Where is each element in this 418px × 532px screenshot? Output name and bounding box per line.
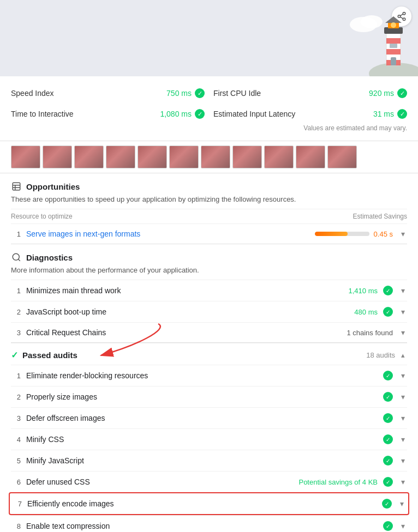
passed-check-2: ✓ [383,392,393,402]
passed-num-8: 8 [11,522,21,530]
passed-chevron-4[interactable]: ▾ [398,435,407,444]
svg-line-23 [18,259,20,261]
diagnostic-value-1: 1,410 ms [349,287,378,295]
opportunities-icon [11,181,22,192]
speed-index-value: 750 ms ✓ [166,88,205,98]
passed-item-1[interactable]: 1 Eliminate render-blocking resources ✓ … [11,365,407,386]
diagnostic-chevron-1[interactable]: ▾ [398,286,407,295]
opportunity-link-1[interactable]: Serve images in next-gen formats [26,229,140,238]
passed-chevron-8[interactable]: ▾ [398,522,407,530]
diagnostic-value-3: 1 chains found [347,329,393,337]
passed-label-3: Defer offscreen images [26,414,378,422]
diagnostic-chevron-2[interactable]: ▾ [398,307,407,316]
passed-num-5: 5 [11,457,21,465]
diagnostic-chevron-3[interactable]: ▾ [398,328,407,337]
passed-chevron-2[interactable]: ▾ [398,392,407,401]
diagnostic-num-3: 3 [11,329,21,337]
svg-rect-16 [391,57,396,65]
passed-item-4[interactable]: 4 Minify CSS ✓ ▾ [11,428,407,450]
passed-chevron-1[interactable]: ▾ [398,371,407,380]
opportunities-table-header: Resource to optimize Estimated Savings [11,209,407,223]
speed-index-label: Speed Index [11,89,54,98]
passed-num-3: 3 [11,414,21,422]
filmstrip-frame-2 [43,146,72,168]
filmstrip-frame-6 [169,146,199,168]
passed-item-5[interactable]: 5 Minify JavaScript ✓ ▾ [11,450,407,471]
passed-label-1: Eliminate render-blocking resources [26,371,378,380]
opportunity-chevron-1[interactable]: ▾ [398,229,407,238]
filmstrip-frame-9 [264,146,294,168]
passed-header-left: ✓ Passed audits [11,350,77,360]
savings-value-1: 0.45 s [374,230,393,238]
passed-label-6: Defer unused CSS [26,477,293,486]
svg-rect-9 [386,38,401,44]
opportunity-label-1: Serve images in next-gen formats [26,229,309,238]
passed-num-1: 1 [11,372,21,380]
passed-audits-count: 18 audits ▴ [366,351,407,360]
passed-label-8: Enable text compression [26,522,378,530]
passed-check-7: ✓ [382,499,392,509]
estimated-note: Values are estimated and may vary. [11,122,407,136]
passed-item-6[interactable]: 6 Defer unused CSS Potential savings of … [11,471,407,492]
passed-item-2[interactable]: 2 Properly size images ✓ ▾ [11,386,407,407]
filmstrip-frame-3 [74,146,104,168]
passed-label-2: Properly size images [26,392,378,401]
diagnostic-label-1: Minimizes main thread work [26,286,343,295]
passed-item-3[interactable]: 3 Defer offscreen images ✓ ▾ [11,407,407,428]
passed-item-7[interactable]: 7 Efficiently encode images ✓ ▾ [9,492,409,515]
diagnostics-desc: More information about the performance o… [11,266,407,280]
passed-num-4: 4 [11,436,21,444]
svg-point-22 [13,253,19,260]
svg-rect-10 [386,49,401,55]
passed-num-6: 6 [11,478,21,486]
opportunities-desc: These are opportunities to speed up your… [11,195,407,209]
svg-marker-14 [385,16,402,23]
opportunity-num-1: 1 [11,230,21,238]
filmstrip [0,141,418,173]
tti-check: ✓ [195,109,205,119]
passed-chevron-7[interactable]: ▾ [397,499,406,508]
diagnostics-icon [11,252,22,263]
diagnostic-item-2[interactable]: 2 JavaScript boot-up time 480 ms ✓ ▾ [11,301,407,322]
opportunity-item-1[interactable]: 1 Serve images in next-gen formats 0.45 … [11,223,407,244]
diagnostic-num-1: 1 [11,287,21,295]
tti-value: 1,080 ms ✓ [160,109,205,119]
input-latency-value: 31 ms ✓ [373,109,407,119]
filmstrip-frame-1 [11,146,40,168]
diagnostic-item-1[interactable]: 1 Minimizes main thread work 1,410 ms ✓ … [11,280,407,301]
passed-check-3: ✓ [383,413,393,423]
passed-chevron-3[interactable]: ▾ [398,414,407,422]
filmstrip-frame-5 [138,146,167,168]
diagnostics-title: Diagnostics [26,253,73,262]
savings-bar-1 [315,232,369,236]
filmstrip-frame-10 [296,146,325,168]
input-latency-label: Estimated Input Latency [213,110,295,118]
opportunities-header: Opportunities [11,173,407,195]
passed-num-7: 7 [12,500,22,508]
diagnostic-item-3[interactable]: 3 Critical Request Chains 1 chains found… [11,322,407,342]
diagnostics-section: Diagnostics More information about the p… [0,244,418,342]
savings-bar-fill-1 [315,232,348,236]
passed-item-8[interactable]: 8 Enable text compression ✓ ▾ [11,515,407,532]
passed-check-4: ✓ [383,434,393,444]
passed-audits-chevron[interactable]: ▴ [398,351,407,360]
svg-rect-17 [390,44,397,48]
resource-column-header: Resource to optimize [11,213,73,220]
svg-point-6 [361,15,383,28]
metric-input-latency: Estimated Input Latency 31 ms ✓ [213,106,407,122]
savings-bar-container-1: 0.45 s [315,230,393,238]
passed-chevron-6[interactable]: ▾ [398,477,407,486]
passed-chevron-5[interactable]: ▾ [398,456,407,465]
diagnostic-check-2: ✓ [383,307,393,317]
filmstrip-frame-11 [327,146,357,168]
passed-check-6: ✓ [383,477,393,487]
tti-label: Time to Interactive [11,110,74,118]
passed-check-5: ✓ [383,456,393,466]
filmstrip-frame-4 [106,146,135,168]
filmstrip-frame-7 [201,146,230,168]
passed-checkmark: ✓ [11,350,18,360]
diagnostic-value-2: 480 ms [354,308,378,316]
opportunities-section: Opportunities These are opportunities to… [0,173,418,244]
diagnostic-label-3: Critical Request Chains [26,328,341,337]
metric-tti: Time to Interactive 1,080 ms ✓ [11,106,205,122]
